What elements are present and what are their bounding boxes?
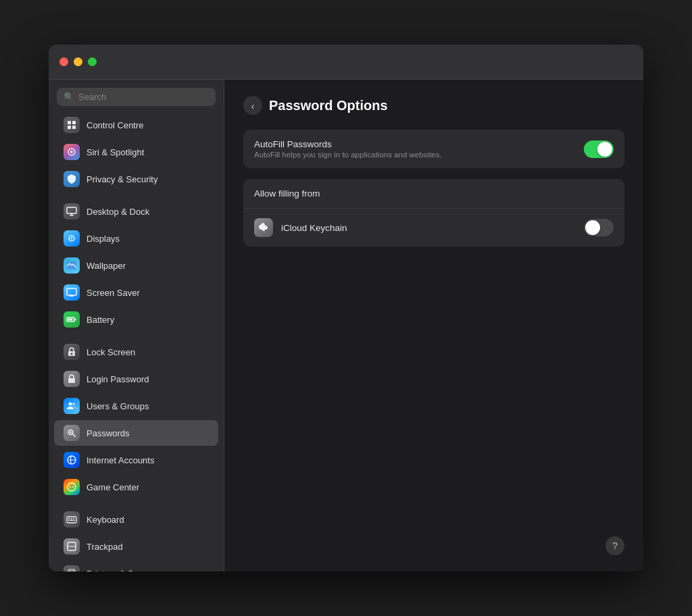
svg-rect-13 — [70, 295, 74, 297]
sidebar-item-internet-accounts[interactable]: Internet Accounts — [54, 447, 218, 473]
allow-filling-title: Allow filling from — [254, 188, 614, 199]
sidebar-item-label: Displays — [86, 234, 120, 244]
displays-icon — [64, 230, 80, 247]
sidebar-item-screen-saver[interactable]: Screen Saver — [54, 280, 218, 305]
sidebar-item-desktop-dock[interactable]: Desktop & Dock — [54, 199, 218, 224]
siri-icon — [64, 144, 80, 160]
svg-point-21 — [72, 403, 75, 405]
sidebar-item-label: Control Centre — [86, 120, 144, 130]
help-button[interactable]: ? — [606, 536, 624, 555]
svg-point-28 — [72, 486, 74, 488]
sidebar-item-control-centre[interactable]: Control Centre — [54, 112, 218, 138]
sidebar-item-label: Wallpaper — [86, 261, 126, 271]
keyboard-icon — [64, 511, 80, 528]
control-centre-icon — [64, 117, 80, 133]
allow-filling-text: Allow filling from — [254, 188, 614, 199]
sidebar-item-label: Lock Screen — [86, 347, 135, 357]
sidebar-item-displays[interactable]: Displays — [54, 226, 218, 251]
allow-filling-card: Allow filling from iCloud Keychain — [243, 179, 624, 247]
loginpassword-icon — [64, 371, 80, 387]
main-panel: ‹ Password Options AutoFill Passwords Au… — [224, 80, 643, 571]
autofill-title: AutoFill Passwords — [254, 139, 576, 149]
sidebar-item-label: Battery — [86, 315, 114, 325]
page-title: Password Options — [269, 98, 388, 113]
svg-point-5 — [70, 151, 73, 153]
icloud-keychain-row: iCloud Keychain — [243, 209, 624, 247]
svg-rect-32 — [73, 518, 74, 519]
sidebar-item-users-groups[interactable]: Users & Groups — [54, 393, 218, 419]
sidebar-item-printers-scanners[interactable]: Printers & Scanners — [54, 561, 218, 571]
internet-icon — [64, 452, 80, 468]
icloud-keychain-toggle[interactable] — [584, 219, 614, 236]
svg-point-20 — [69, 403, 72, 406]
toggle-knob — [597, 142, 612, 157]
passwords-icon — [64, 425, 80, 441]
allow-filling-label-row: Allow filling from — [243, 179, 624, 209]
autofill-card: AutoFill Passwords AutoFill helps you si… — [243, 130, 624, 168]
search-box[interactable]: 🔍 Search — [57, 88, 216, 106]
title-bar — [49, 45, 643, 80]
sidebar-item-label: Printers & Scanners — [86, 569, 165, 572]
users-icon — [64, 398, 80, 414]
toggle-knob-icloud — [585, 220, 600, 235]
svg-rect-7 — [70, 215, 74, 216]
system-preferences-window: 🔍 Search Control Centre — [49, 45, 643, 571]
back-button[interactable]: ‹ — [243, 96, 262, 115]
printers-icon — [64, 565, 80, 571]
svg-rect-30 — [68, 518, 70, 519]
svg-point-18 — [71, 353, 73, 355]
svg-rect-15 — [68, 319, 73, 321]
sidebar-item-label: Passwords — [86, 428, 130, 438]
desktop-icon — [64, 203, 80, 220]
battery-icon — [64, 311, 80, 328]
svg-rect-6 — [67, 207, 76, 213]
sidebar-item-label: Desktop & Dock — [86, 207, 149, 217]
sidebar-item-label: Privacy & Security — [86, 174, 157, 184]
back-icon: ‹ — [251, 100, 255, 111]
sidebar-item-game-center[interactable]: Game Center — [54, 474, 218, 500]
sidebar-item-keyboard[interactable]: Keyboard — [54, 507, 218, 532]
icloud-keychain-label: iCloud Keychain — [281, 223, 576, 233]
sidebar-item-lock-screen[interactable]: Lock Screen — [54, 339, 218, 365]
svg-rect-12 — [67, 288, 76, 295]
svg-point-10 — [71, 238, 73, 240]
svg-rect-33 — [68, 520, 70, 521]
svg-rect-35 — [74, 520, 75, 521]
search-placeholder: Search — [78, 92, 106, 102]
svg-point-26 — [68, 483, 76, 491]
sidebar-item-privacy-security[interactable]: Privacy & Security — [54, 166, 218, 192]
svg-rect-42 — [262, 228, 265, 231]
content-area: 🔍 Search Control Centre — [49, 80, 643, 571]
lockscreen-icon — [64, 344, 80, 360]
sidebar-item-login-password[interactable]: Login Password — [54, 366, 218, 392]
svg-rect-0 — [68, 121, 71, 124]
panel-header: ‹ Password Options — [243, 96, 624, 115]
sidebar-item-label: Internet Accounts — [86, 455, 154, 465]
svg-rect-3 — [72, 126, 76, 129]
autofill-row: AutoFill Passwords AutoFill helps you si… — [243, 130, 624, 168]
sidebar-item-trackpad[interactable]: Trackpad — [54, 534, 218, 559]
icloud-keychain-icon — [254, 218, 273, 237]
svg-rect-19 — [68, 378, 75, 383]
search-icon: 🔍 — [64, 92, 74, 102]
sidebar: 🔍 Search Control Centre — [49, 80, 224, 571]
autofill-toggle[interactable] — [584, 140, 614, 158]
svg-rect-2 — [68, 126, 71, 129]
sidebar-item-passwords[interactable]: Passwords — [54, 420, 218, 446]
sidebar-item-label: Screen Saver — [86, 288, 140, 298]
icloud-keychain-text: iCloud Keychain — [281, 223, 576, 233]
sidebar-item-wallpaper[interactable]: Wallpaper — [54, 253, 218, 278]
sidebar-item-label: Keyboard — [86, 515, 124, 525]
trackpad-icon — [64, 538, 80, 555]
sidebar-item-battery[interactable]: Battery — [54, 307, 218, 332]
sidebar-item-label: Trackpad — [86, 542, 123, 552]
sidebar-item-siri-spotlight[interactable]: Siri & Spotlight — [54, 139, 218, 165]
maximize-button[interactable] — [88, 57, 97, 66]
minimize-button[interactable] — [74, 57, 82, 66]
svg-rect-31 — [71, 518, 72, 519]
traffic-lights — [59, 57, 97, 66]
close-button[interactable] — [59, 57, 68, 66]
svg-rect-16 — [75, 319, 76, 321]
sidebar-item-label: Siri & Spotlight — [86, 147, 144, 157]
gamecenter-icon — [64, 479, 80, 495]
